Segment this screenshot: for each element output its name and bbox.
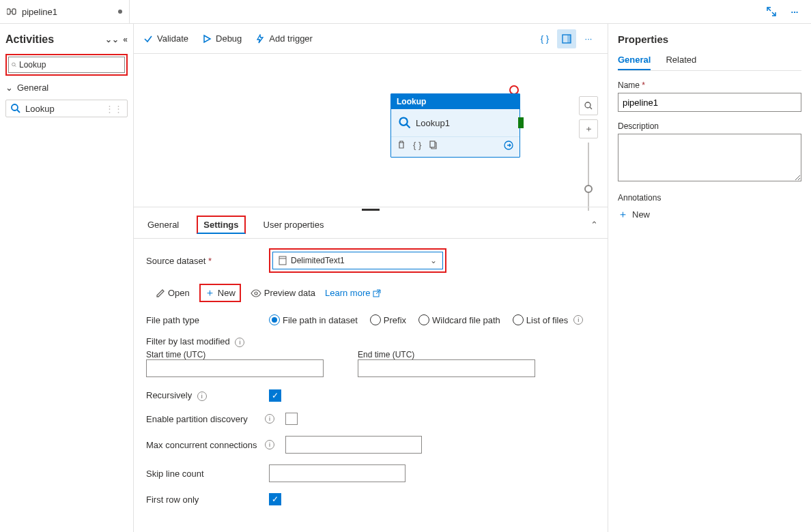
json-view-icon[interactable]: { } (535, 29, 554, 48)
pipeline-canvas[interactable]: Lookup Lookup1 { } ＋ (134, 54, 608, 207)
radio-list-files[interactable]: List of filesi (513, 314, 583, 325)
zoom-thumb[interactable] (584, 185, 593, 193)
plus-icon: ＋ (618, 208, 628, 221)
collapse-panel-icon[interactable]: ⌃ (591, 220, 598, 230)
svg-point-13 (585, 102, 591, 108)
zoom-slider[interactable] (588, 143, 589, 211)
preview-data-button[interactable]: Preview data (251, 288, 315, 298)
learn-more-link[interactable]: Learn more (325, 288, 381, 298)
settings-pane: Source dataset DelimitedText1 ⌄ Open ＋ (134, 239, 608, 532)
tab-settings[interactable]: Settings (197, 216, 245, 234)
activities-title: Activities (5, 33, 54, 46)
trigger-icon (255, 34, 265, 44)
zoom-in-button[interactable]: ＋ (579, 119, 598, 138)
description-input[interactable] (618, 134, 801, 181)
add-trigger-button[interactable]: Add trigger (255, 33, 313, 44)
name-label: Name (618, 80, 801, 90)
properties-panel: Properties General Related Name Descript… (608, 24, 811, 532)
expand-activity-icon[interactable] (503, 140, 514, 153)
max-conn-input[interactable] (285, 436, 422, 454)
info-icon[interactable]: i (235, 338, 244, 347)
first-row-label: First row only (146, 494, 262, 505)
unsaved-dot (118, 10, 122, 14)
partition-checkbox[interactable] (285, 413, 298, 425)
collapse-panel-icon[interactable]: « (123, 35, 128, 44)
end-time-label: End time (UTC) (358, 350, 535, 359)
properties-heading: Properties (618, 33, 801, 45)
activities-search-input[interactable] (19, 60, 122, 70)
svg-rect-11 (430, 141, 435, 147)
description-label: Description (618, 121, 801, 131)
info-icon[interactable]: i (265, 440, 274, 449)
more-icon[interactable]: ··· (785, 2, 804, 21)
radio-prefix[interactable]: Prefix (370, 314, 406, 325)
check-icon (143, 34, 153, 44)
dataset-icon (279, 256, 287, 265)
svg-rect-8 (567, 35, 571, 43)
pipeline-tab-label: pipeline1 (22, 7, 57, 17)
activity-item-lookup[interactable]: Lookup ⋮⋮ (5, 100, 128, 117)
validate-button[interactable]: Validate (143, 33, 188, 44)
pipeline-icon (7, 7, 18, 16)
debug-button[interactable]: Debug (202, 33, 242, 44)
code-icon[interactable]: { } (413, 140, 421, 153)
tab-user-properties[interactable]: User properties (259, 214, 328, 235)
info-icon[interactable]: i (197, 391, 207, 401)
radio-wildcard[interactable]: Wildcard file path (418, 314, 500, 325)
recursively-label: Recursively (146, 390, 192, 400)
info-icon[interactable]: i (265, 414, 274, 424)
svg-point-9 (400, 118, 408, 125)
name-input[interactable] (618, 93, 801, 112)
svg-line-10 (407, 125, 410, 128)
play-icon (202, 34, 212, 44)
first-row-checkbox[interactable]: ✓ (269, 493, 281, 505)
svg-rect-0 (7, 9, 10, 14)
svg-point-5 (12, 104, 18, 110)
partition-label: Enable partition discovery (146, 414, 262, 424)
plus-icon: ＋ (205, 286, 215, 299)
chevron-down-icon: ⌄ (5, 83, 13, 93)
start-time-label: Start time (UTC) (146, 350, 324, 359)
tab-general[interactable]: General (143, 214, 183, 235)
pencil-icon (156, 289, 165, 298)
svg-rect-15 (279, 256, 286, 265)
filter-modified-label: Filter by last modified (146, 336, 230, 346)
annotations-label: Annotations (618, 193, 801, 203)
copy-icon[interactable] (428, 140, 438, 153)
activity-type-label: Lookup (391, 94, 520, 109)
search-icon (12, 61, 16, 69)
zoom-control: ＋ (579, 96, 598, 211)
canvas-toolbar: Validate Debug Add trigger { } ··· (134, 24, 608, 54)
skip-line-label: Skip line count (146, 469, 262, 479)
split-drag-handle[interactable] (134, 207, 608, 211)
info-icon[interactable]: i (573, 315, 583, 325)
lookup-icon (398, 116, 412, 130)
new-dataset-button[interactable]: ＋ New (205, 286, 236, 299)
properties-tab-general[interactable]: General (618, 55, 651, 70)
collapse-all-icon[interactable]: ⌄⌄ (105, 35, 119, 44)
activities-search[interactable] (8, 57, 125, 73)
group-general[interactable]: ⌄ General (5, 80, 128, 95)
toolbar-more-icon[interactable]: ··· (579, 29, 598, 48)
recursively-checkbox[interactable]: ✓ (269, 389, 281, 402)
preview-icon (251, 289, 261, 297)
radio-file-path-dataset[interactable]: File path in dataset (269, 314, 358, 325)
pipeline-tab[interactable]: pipeline1 (0, 0, 130, 23)
start-time-input[interactable] (146, 359, 324, 377)
open-dataset-button[interactable]: Open (156, 288, 190, 298)
zoom-fit-button[interactable] (579, 96, 598, 115)
end-time-input[interactable] (358, 359, 535, 377)
delete-icon[interactable] (397, 140, 406, 153)
source-dataset-select[interactable]: DelimitedText1 ⌄ (272, 252, 443, 269)
skip-line-input[interactable] (269, 464, 406, 482)
output-handle[interactable] (518, 117, 524, 128)
properties-panel-toggle[interactable] (557, 29, 576, 48)
svg-line-14 (590, 107, 592, 109)
add-annotation-button[interactable]: ＋ New (618, 205, 801, 224)
svg-line-6 (17, 110, 20, 113)
chevron-down-icon: ⌄ (430, 256, 437, 265)
expand-icon[interactable] (762, 2, 781, 21)
external-link-icon (373, 289, 381, 297)
lookup-activity-node[interactable]: Lookup Lookup1 { } (390, 93, 520, 158)
properties-tab-related[interactable]: Related (666, 55, 696, 70)
